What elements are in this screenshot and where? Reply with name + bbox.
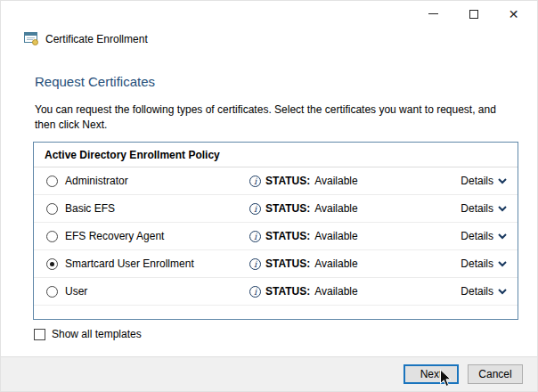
template-radio[interactable] (46, 231, 58, 242)
minimize-icon (428, 13, 438, 14)
certificate-enrollment-window: { "window": { "title": "Certificate Enro… (0, 0, 538, 392)
status-value: Available (314, 175, 357, 187)
details-link[interactable]: Details (461, 230, 507, 242)
info-icon: i (249, 176, 261, 187)
status-group: i STATUS: Available (249, 230, 420, 242)
info-icon: i (249, 286, 261, 298)
details-label: Details (461, 230, 493, 242)
footer-buttons: Next Cancel (404, 364, 523, 384)
status-group: i STATUS: Available (249, 285, 420, 298)
details-label: Details (461, 202, 493, 215)
details-link[interactable]: Details (461, 257, 507, 270)
info-icon: i (249, 231, 261, 242)
template-radio[interactable] (46, 258, 58, 270)
status-label: STATUS: (265, 175, 310, 187)
chevron-down-icon (498, 289, 507, 295)
template-row-basic-efs: Basic EFS i STATUS: Available Details (34, 195, 518, 223)
status-group: i STATUS: Available (249, 175, 420, 187)
close-button[interactable]: ✕ (493, 1, 534, 27)
status-value: Available (314, 285, 357, 298)
window-controls: ✕ (413, 1, 534, 27)
minimize-button[interactable] (413, 1, 453, 27)
window-title: Certificate Enrollment (45, 33, 148, 45)
chevron-down-icon (498, 178, 507, 184)
show-all-templates-checkbox[interactable] (34, 329, 45, 340)
details-link[interactable]: Details (461, 202, 507, 215)
maximize-icon (469, 10, 478, 19)
status-value: Available (314, 257, 357, 270)
app-titlebar: Certificate Enrollment (24, 32, 148, 45)
details-label: Details (461, 175, 493, 187)
chevron-down-icon (498, 261, 507, 267)
info-icon: i (249, 203, 261, 215)
dialog-footer: Next Cancel (1, 356, 537, 391)
cancel-button[interactable]: Cancel (468, 364, 523, 384)
page-title: Request Certificates (35, 74, 155, 89)
show-all-templates: Show all templates (34, 328, 142, 340)
details-link[interactable]: Details (461, 285, 507, 298)
chevron-down-icon (498, 233, 507, 240)
template-row-administrator: Administrator i STATUS: Available Detail… (34, 167, 518, 195)
status-value: Available (314, 202, 357, 215)
template-row-user: User i STATUS: Available Details (34, 278, 518, 306)
template-radio[interactable] (46, 176, 58, 187)
template-radio[interactable] (46, 203, 58, 215)
template-label: EFS Recovery Agent (65, 230, 249, 242)
show-all-templates-label: Show all templates (52, 328, 142, 340)
maximize-button[interactable] (453, 1, 493, 27)
template-label: Basic EFS (65, 202, 249, 215)
status-label: STATUS: (265, 230, 310, 242)
template-label: User (65, 285, 249, 298)
template-label: Administrator (65, 175, 249, 187)
status-group: i STATUS: Available (249, 257, 420, 270)
template-row-smartcard-user-enrollment: Smartcard User Enrollment i STATUS: Avai… (34, 250, 518, 278)
certificate-enrollment-icon (24, 32, 39, 45)
status-group: i STATUS: Available (249, 202, 420, 215)
chevron-down-icon (498, 206, 507, 212)
close-icon: ✕ (509, 8, 519, 20)
enrollment-policy-panel: Active Directory Enrollment Policy Admin… (33, 142, 518, 320)
details-label: Details (461, 257, 493, 270)
details-link[interactable]: Details (461, 175, 507, 187)
page-description: You can request the following types of c… (35, 102, 514, 134)
next-button[interactable]: Next (404, 364, 459, 384)
info-icon: i (249, 258, 261, 270)
status-label: STATUS: (265, 257, 310, 270)
status-value: Available (314, 230, 357, 242)
template-label: Smartcard User Enrollment (65, 257, 249, 270)
status-label: STATUS: (265, 202, 310, 215)
template-radio[interactable] (46, 286, 58, 298)
template-row-efs-recovery-agent: EFS Recovery Agent i STATUS: Available D… (34, 223, 518, 250)
policy-panel-header: Active Directory Enrollment Policy (34, 143, 518, 167)
status-label: STATUS: (265, 285, 310, 298)
details-label: Details (461, 285, 493, 298)
